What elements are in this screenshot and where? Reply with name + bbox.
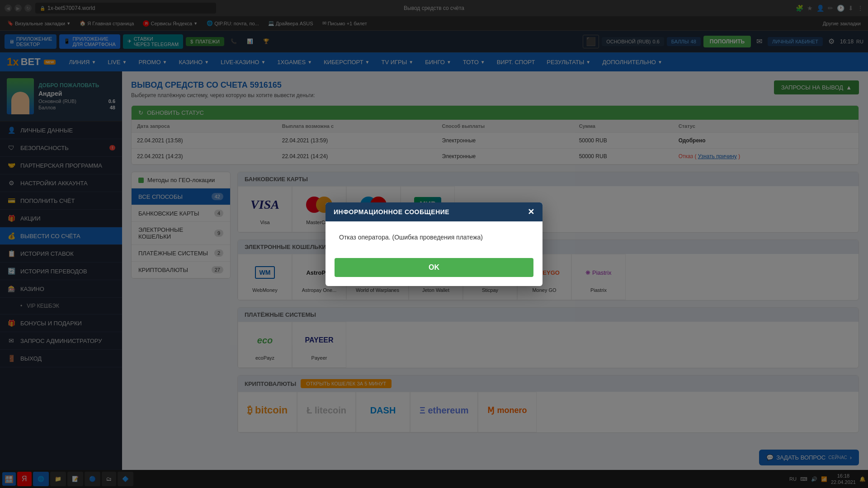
modal-header: ИНФОРМАЦИОННОЕ СООБЩЕНИЕ ✕: [326, 202, 542, 221]
modal-title: ИНФОРМАЦИОННОЕ СООБЩЕНИЕ: [334, 208, 449, 216]
modal-ok-btn[interactable]: OK: [335, 258, 533, 277]
modal-dialog: ИНФОРМАЦИОННОЕ СООБЩЕНИЕ ✕ Отказ операто…: [326, 202, 542, 286]
modal-close-btn[interactable]: ✕: [528, 208, 535, 216]
modal-overlay: ИНФОРМАЦИОННОЕ СООБЩЕНИЕ ✕ Отказ операто…: [0, 0, 868, 488]
modal-message: Отказ оператора. (Ошибка проведения плат…: [339, 234, 483, 241]
modal-body: Отказ оператора. (Ошибка проведения плат…: [326, 221, 542, 253]
modal-footer: OK: [326, 253, 542, 286]
